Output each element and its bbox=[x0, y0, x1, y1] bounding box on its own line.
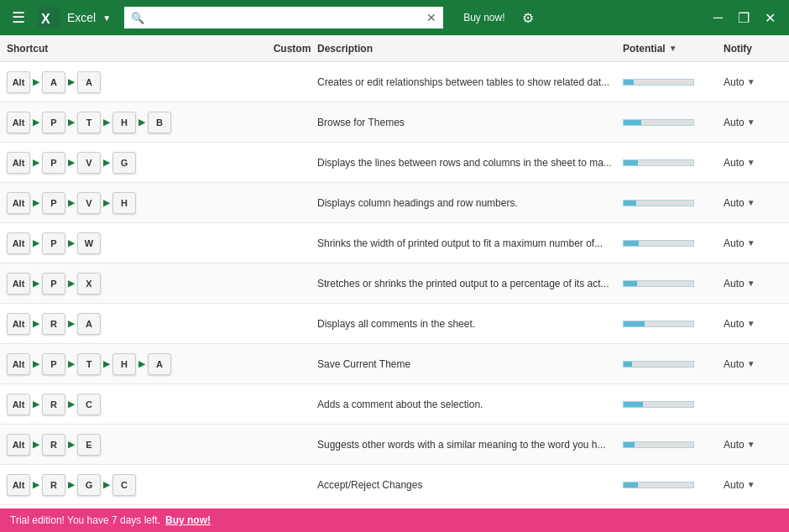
potential-bar bbox=[623, 200, 694, 206]
trial-buy-link[interactable]: Buy now! bbox=[165, 514, 211, 526]
table-row: Alt▶P▶T▶H▶ASave Current ThemeAuto▼ bbox=[0, 344, 789, 384]
buy-now-button[interactable]: Buy now! bbox=[457, 8, 511, 27]
description-cell: Displays all comments in the sheet. bbox=[317, 318, 623, 330]
settings-icon[interactable]: ⚙ bbox=[519, 7, 537, 29]
notify-dropdown-arrow[interactable]: ▼ bbox=[747, 359, 755, 368]
table-header: Shortcut Custom Description Potential ▼ … bbox=[0, 35, 789, 62]
close-button[interactable]: ✕ bbox=[758, 8, 782, 28]
key-button: Alt bbox=[7, 313, 30, 335]
window-controls: ─ ❐ ✕ bbox=[707, 8, 782, 28]
notify-dropdown-arrow[interactable]: ▼ bbox=[747, 319, 755, 328]
app-dropdown-arrow[interactable]: ▼ bbox=[102, 13, 111, 23]
key-button: Alt bbox=[7, 112, 30, 133]
potential-bar-fill bbox=[624, 402, 643, 407]
table-row: Alt▶P▶XStretches or shrinks the printed … bbox=[0, 263, 789, 304]
search-input[interactable] bbox=[149, 12, 421, 23]
potential-bar-fill bbox=[624, 160, 638, 165]
potential-bar bbox=[623, 482, 694, 488]
potential-bar bbox=[623, 240, 694, 247]
table-row: Alt▶P▶WShrinks the width of printed outp… bbox=[0, 223, 789, 263]
potential-cell bbox=[623, 482, 724, 488]
key-sequence-arrow: ▶ bbox=[103, 117, 110, 127]
key-button: T bbox=[77, 353, 101, 375]
table-row: Alt▶P▶V▶HDisplays column headings and ro… bbox=[0, 183, 789, 223]
key-button: P bbox=[42, 112, 65, 133]
notify-dropdown-arrow[interactable]: ▼ bbox=[747, 440, 755, 449]
key-button: G bbox=[112, 152, 136, 174]
key-button: Alt bbox=[7, 152, 30, 174]
description-cell: Creates or edit relationships between ta… bbox=[317, 76, 623, 88]
shortcut-keys: Alt▶R▶G▶C bbox=[7, 474, 267, 496]
key-button: Alt bbox=[7, 434, 30, 456]
shortcut-keys: Alt▶P▶T▶H▶B bbox=[7, 112, 267, 133]
notify-label: Auto bbox=[724, 117, 745, 128]
potential-bar-fill bbox=[624, 80, 634, 85]
potential-cell bbox=[623, 119, 724, 126]
potential-cell bbox=[623, 401, 724, 408]
key-button: A bbox=[148, 353, 171, 375]
notify-cell: Auto▼ bbox=[724, 76, 782, 88]
notify-cell: Auto▼ bbox=[724, 358, 782, 370]
restore-button[interactable]: ❐ bbox=[731, 8, 756, 28]
minimize-button[interactable]: ─ bbox=[707, 8, 729, 28]
potential-bar bbox=[623, 401, 694, 408]
notify-dropdown-arrow[interactable]: ▼ bbox=[747, 480, 755, 489]
notify-dropdown-arrow[interactable]: ▼ bbox=[747, 279, 755, 288]
notify-dropdown-arrow[interactable]: ▼ bbox=[747, 77, 755, 86]
notify-cell: Auto▼ bbox=[724, 237, 782, 249]
notify-dropdown-arrow[interactable]: ▼ bbox=[747, 198, 755, 207]
key-sequence-arrow: ▶ bbox=[68, 117, 75, 127]
potential-cell bbox=[623, 321, 724, 327]
key-button: Alt bbox=[7, 474, 30, 496]
description-cell: Suggests other words with a similar mean… bbox=[317, 439, 623, 451]
key-sequence-arrow: ▶ bbox=[103, 198, 110, 207]
description-cell: Save Current Theme bbox=[317, 358, 623, 370]
key-sequence-arrow: ▶ bbox=[68, 158, 75, 167]
key-sequence-arrow: ▶ bbox=[68, 359, 75, 368]
search-box[interactable]: 🔍 ✕ bbox=[124, 7, 443, 29]
potential-bar-fill bbox=[624, 442, 635, 447]
notify-cell: Auto▼ bbox=[724, 117, 782, 128]
notify-cell: Auto▼ bbox=[724, 278, 782, 289]
description-cell: Displays column headings and row numbers… bbox=[317, 197, 623, 209]
key-sequence-arrow: ▶ bbox=[33, 440, 39, 449]
description-cell: Displays the lines between rows and colu… bbox=[317, 157, 623, 169]
notify-dropdown-arrow[interactable]: ▼ bbox=[747, 238, 755, 248]
potential-bar-fill bbox=[624, 120, 641, 125]
key-sequence-arrow: ▶ bbox=[33, 359, 39, 368]
notify-dropdown-arrow[interactable]: ▼ bbox=[747, 117, 755, 127]
description-column-header: Description bbox=[317, 43, 623, 55]
key-sequence-arrow: ▶ bbox=[103, 480, 110, 489]
key-sequence-arrow: ▶ bbox=[33, 198, 39, 207]
key-sequence-arrow: ▶ bbox=[68, 319, 75, 328]
potential-cell bbox=[623, 79, 724, 86]
table-row: Alt▶R▶CAdds a comment about the selectio… bbox=[0, 384, 789, 425]
key-sequence-arrow: ▶ bbox=[33, 158, 39, 167]
key-button: Alt bbox=[7, 71, 30, 93]
key-button: P bbox=[42, 273, 65, 295]
key-sequence-arrow: ▶ bbox=[68, 399, 75, 409]
key-button: T bbox=[77, 112, 101, 133]
notify-dropdown-arrow[interactable]: ▼ bbox=[747, 158, 755, 167]
key-button: P bbox=[42, 232, 65, 254]
notify-cell: Auto▼ bbox=[724, 439, 782, 451]
potential-cell bbox=[623, 240, 724, 247]
notify-cell: Auto▼ bbox=[724, 157, 782, 169]
key-button: R bbox=[42, 474, 65, 496]
menu-icon[interactable]: ☰ bbox=[7, 5, 30, 30]
notify-column-header: Notify bbox=[724, 43, 782, 55]
notify-label: Auto bbox=[724, 197, 745, 209]
potential-column-header[interactable]: Potential ▼ bbox=[623, 43, 724, 55]
potential-cell bbox=[623, 361, 724, 368]
notify-label: Auto bbox=[724, 157, 745, 169]
key-sequence-arrow: ▶ bbox=[33, 77, 39, 86]
key-sequence-arrow: ▶ bbox=[103, 158, 110, 167]
sort-arrow-icon[interactable]: ▼ bbox=[669, 44, 677, 53]
search-clear-icon[interactable]: ✕ bbox=[426, 11, 436, 24]
potential-cell bbox=[623, 441, 724, 448]
custom-column-header: Custom bbox=[267, 43, 317, 55]
key-sequence-arrow: ▶ bbox=[33, 319, 39, 328]
description-cell: Browse for Themes bbox=[317, 117, 623, 128]
potential-cell bbox=[623, 280, 724, 287]
potential-bar bbox=[623, 321, 694, 327]
